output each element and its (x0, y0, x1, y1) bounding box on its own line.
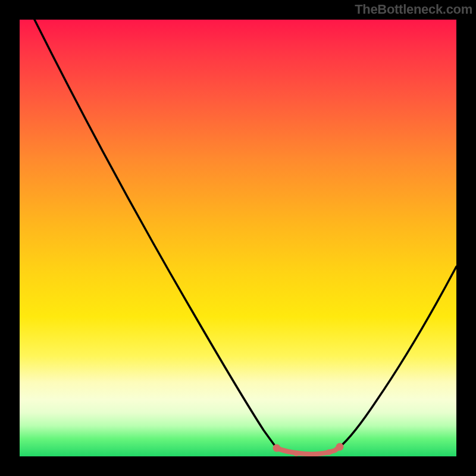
chart-svg (20, 20, 456, 456)
valley-dot (273, 444, 281, 452)
curve-left (35, 20, 277, 448)
valley-dot (336, 443, 344, 451)
attribution-text: TheBottleneck.com (355, 2, 472, 17)
curve-right (340, 267, 456, 447)
valley-dot (293, 450, 299, 456)
valley-dot (326, 449, 332, 455)
figure: TheBottleneck.com (0, 0, 476, 476)
plot-area (20, 20, 456, 456)
